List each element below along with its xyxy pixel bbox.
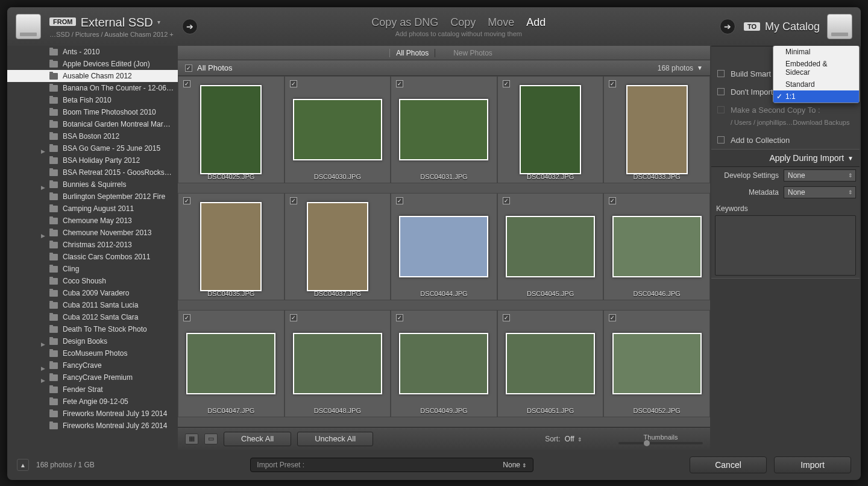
add-collection-checkbox[interactable] — [717, 136, 725, 144]
thumbnail-image[interactable] — [307, 202, 368, 291]
expand-button[interactable]: ▲ — [17, 459, 29, 471]
thumbnail-checkbox[interactable]: ✓ — [290, 80, 297, 87]
metadata-select[interactable]: None⇕ — [784, 186, 856, 198]
folder-item[interactable]: Christmas 2012-2013 — [7, 239, 178, 251]
folder-item[interactable]: Fender Strat — [7, 383, 178, 396]
action-copy-as-dng[interactable]: Copy as DNG — [371, 16, 438, 28]
thumbnail-cell[interactable]: ✓DSC04031.JPG — [391, 76, 497, 183]
chevron-down-icon[interactable]: ▾ — [157, 19, 160, 25]
thumbnail-cell[interactable]: ✓DSC04033.JPG — [603, 76, 710, 183]
smart-previews-checkbox[interactable] — [717, 70, 725, 77]
thumbnail-checkbox[interactable]: ✓ — [290, 197, 297, 204]
folder-item[interactable]: BSA Boston 2012 — [7, 130, 178, 142]
thumbnail-image[interactable] — [399, 99, 488, 160]
folder-item[interactable]: ▶FancyCrave Premium — [7, 371, 178, 383]
source-group[interactable]: FROM External SSD ▾ …SSD / Pictures / Au… — [49, 16, 174, 38]
folder-item[interactable]: Death To The Stock Photo — [7, 323, 178, 335]
menu-item[interactable]: Minimal — [773, 46, 859, 58]
thumbnail-checkbox[interactable]: ✓ — [396, 314, 403, 321]
folder-item[interactable]: BSA Retreat 2015 - GoosRocks… — [7, 166, 178, 178]
folder-item[interactable]: Ausable Chasm 2012 — [7, 70, 178, 82]
loupe-view-icon[interactable]: ▭ — [204, 434, 218, 444]
tab-new-photos[interactable]: New Photos — [447, 49, 498, 57]
thumbnail-image[interactable] — [612, 333, 702, 394]
folder-item[interactable]: Fireworks Montreal July 26 2014 — [7, 420, 178, 432]
folder-item[interactable]: Camping August 2011 — [7, 203, 178, 215]
menu-item[interactable]: Embedded & Sidecar — [773, 58, 859, 78]
folder-item[interactable]: Cuba 2009 Varadero — [7, 287, 178, 299]
section-disclosure-icon[interactable]: ▼ — [697, 65, 703, 71]
disclosure-triangle-icon[interactable]: ▶ — [41, 148, 45, 154]
thumbnail-image[interactable] — [520, 85, 581, 174]
folder-item[interactable]: BSA Holiday Party 2012 — [7, 154, 178, 166]
folder-item[interactable]: Fireworks Montreal July 19 2014 — [7, 408, 178, 420]
folder-item[interactable]: EcoMuseum Photos — [7, 347, 178, 359]
thumbnail-cell[interactable]: ✓DSC04049.JPG — [391, 310, 497, 417]
folder-item[interactable]: ▶FancyCrave — [7, 359, 178, 371]
dest-drive-icon[interactable] — [827, 14, 852, 39]
disclosure-triangle-icon[interactable]: ▶ — [41, 233, 45, 239]
build-previews-row[interactable]: Build Previews MinimalEmbedded & Sidecar… — [711, 46, 860, 65]
disclosure-triangle-icon[interactable]: ▶ — [41, 185, 45, 191]
thumbnail-image[interactable] — [399, 216, 488, 277]
folder-item[interactable]: ▶Design Books — [7, 335, 178, 347]
thumbnail-checkbox[interactable]: ✓ — [503, 197, 510, 204]
thumbnail-checkbox[interactable]: ✓ — [609, 80, 616, 87]
source-folder-tree[interactable]: Ants - 2010Apple Devices Edited (Jon)Aus… — [7, 46, 178, 450]
thumbnail-checkbox[interactable]: ✓ — [183, 80, 190, 87]
tab-all-photos[interactable]: All Photos — [389, 49, 435, 57]
menu-item[interactable]: 1:1 — [773, 90, 859, 103]
thumbnail-checkbox[interactable]: ✓ — [183, 314, 190, 321]
thumbnail-image[interactable] — [626, 85, 688, 174]
keywords-input[interactable] — [715, 215, 856, 276]
dest-arrow-button[interactable]: ➔ — [720, 19, 735, 34]
thumbnail-image[interactable] — [186, 333, 275, 394]
thumbnail-checkbox[interactable]: ✓ — [396, 80, 403, 87]
action-add[interactable]: Add — [526, 16, 546, 28]
thumbnail-image[interactable] — [506, 216, 595, 277]
folder-item[interactable]: Cuba 2011 Santa Lucia — [7, 299, 178, 311]
thumbnail-image[interactable] — [506, 333, 595, 394]
action-move[interactable]: Move — [488, 16, 514, 28]
sort-control[interactable]: Sort: Off ⇕ — [545, 435, 582, 443]
thumbnail-checkbox[interactable]: ✓ — [396, 197, 403, 204]
thumbnail-image[interactable] — [200, 85, 262, 174]
thumbnail-image[interactable] — [293, 333, 382, 394]
thumbnail-size-control[interactable]: Thumbnails — [618, 434, 703, 444]
folder-item[interactable]: Cling — [7, 263, 178, 275]
folder-item[interactable]: Classic Cars Combos 2011 — [7, 251, 178, 263]
folder-item[interactable]: ▶Chemoune November 2013 — [7, 227, 178, 239]
select-all-checkbox[interactable]: ✓ — [185, 65, 192, 72]
import-button[interactable]: Import — [774, 456, 851, 473]
folder-item[interactable]: Chemoune May 2013 — [7, 215, 178, 227]
thumbnail-cell[interactable]: ✓DSC04045.JPG — [497, 193, 604, 300]
folder-item[interactable]: Botanical Garden Montreal Mar… — [7, 118, 178, 130]
thumbnail-slider[interactable] — [618, 442, 703, 444]
disclosure-triangle-icon[interactable]: ▶ — [41, 365, 45, 371]
second-copy-checkbox[interactable] — [717, 106, 725, 113]
disclosure-triangle-icon[interactable]: ▶ — [41, 341, 45, 347]
uncheck-all-button[interactable]: Uncheck All — [297, 432, 373, 446]
thumbnail-image[interactable] — [612, 216, 702, 277]
folder-item[interactable]: Cuba 2012 Santa Clara — [7, 311, 178, 323]
folder-item[interactable]: Apple Devices Edited (Jon) — [7, 58, 178, 70]
build-previews-menu[interactable]: MinimalEmbedded & SidecarStandard1:1 — [773, 46, 860, 103]
duplicates-checkbox[interactable] — [717, 88, 725, 95]
thumbnail-image[interactable] — [293, 99, 382, 160]
menu-item[interactable]: Standard — [773, 78, 859, 90]
folder-item[interactable]: Fete Angie 09-12-05 — [7, 396, 178, 408]
folder-item[interactable]: Burlington September 2012 Fire — [7, 191, 178, 203]
thumbnail-image[interactable] — [399, 333, 488, 394]
folder-item[interactable]: Boom Time Photoshoot 2010 — [7, 106, 178, 118]
thumbnail-image[interactable] — [200, 202, 262, 291]
thumbnail-cell[interactable]: ✓DSC04048.JPG — [285, 310, 391, 417]
add-collection-row[interactable]: Add to Collection — [711, 131, 860, 149]
folder-item[interactable]: ▶Bunnies & Squirrels — [7, 178, 178, 191]
apply-during-import-header[interactable]: Apply During Import ▼ — [711, 150, 860, 166]
thumbnail-cell[interactable]: ✓DSC04051.JPG — [497, 310, 604, 417]
cancel-button[interactable]: Cancel — [690, 456, 767, 473]
folder-item[interactable]: ▶BSA Go Game - 25 June 2015 — [7, 142, 178, 154]
thumbnail-cell[interactable]: ✓DSC04044.JPG — [391, 193, 497, 300]
source-drive-icon[interactable] — [16, 14, 41, 39]
second-copy-row[interactable]: Make a Second Copy To : / Users / jonphi… — [711, 101, 860, 131]
